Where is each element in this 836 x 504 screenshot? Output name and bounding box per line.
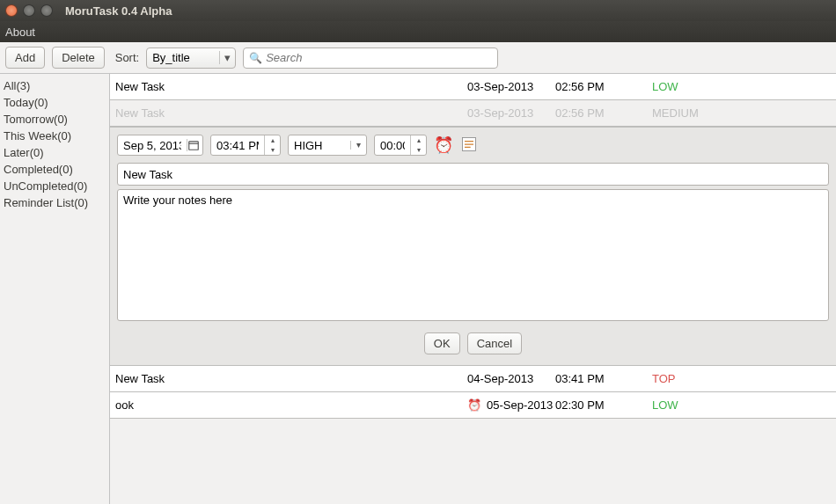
task-title: New Task <box>115 106 467 120</box>
sidebar-item-uncompleted[interactable]: UnCompleted(0) <box>2 178 107 194</box>
time-field[interactable]: ▴▾ <box>210 135 281 156</box>
task-date: 03-Sep-2013 <box>467 80 555 93</box>
search-field[interactable]: 🔍 <box>243 47 498 69</box>
duration-field[interactable]: ▴▾ <box>374 135 427 156</box>
task-priority: TOP <box>643 372 831 385</box>
task-row[interactable]: ook ⏰05-Sep-2013 02:30 PM LOW <box>110 392 836 419</box>
menu-about[interactable]: About <box>5 26 35 39</box>
sidebar-item-today[interactable]: Today(0) <box>2 94 107 111</box>
sidebar-item-all[interactable]: All(3) <box>2 77 107 94</box>
note-icon[interactable] <box>460 135 478 156</box>
task-title: New Task <box>115 80 467 93</box>
sidebar-item-thisweek[interactable]: This Week(0) <box>2 128 107 144</box>
toolbar: Add Delete Sort: ▾ 🔍 <box>0 42 836 74</box>
chevron-down-icon[interactable]: ▾ <box>219 51 235 64</box>
date-field[interactable] <box>117 135 203 156</box>
titlebar: MoruTask 0.4 Alpha <box>0 0 836 21</box>
add-button[interactable]: Add <box>5 47 45 69</box>
task-time: 02:30 PM <box>555 398 643 412</box>
sidebar-item-tomorrow[interactable]: Tomorrow(0) <box>2 111 107 128</box>
task-priority: LOW <box>643 398 831 412</box>
search-input[interactable] <box>266 51 492 64</box>
cancel-button[interactable]: Cancel <box>467 332 522 354</box>
window-maximize-button[interactable] <box>40 4 53 17</box>
chevron-down-icon[interactable]: ▾ <box>350 141 366 150</box>
sort-value[interactable] <box>147 49 219 66</box>
svg-rect-0 <box>189 142 199 150</box>
task-date: 04-Sep-2013 <box>467 372 555 385</box>
sidebar-item-reminder[interactable]: Reminder List(0) <box>2 194 107 211</box>
duration-input[interactable] <box>375 137 410 154</box>
editor-title-input[interactable] <box>117 163 829 186</box>
content-area: New Task 03-Sep-2013 02:56 PM LOW New Ta… <box>109 74 836 504</box>
time-input[interactable] <box>211 137 264 154</box>
calendar-icon[interactable] <box>187 139 202 151</box>
task-title: New Task <box>115 372 467 385</box>
task-priority: LOW <box>643 80 831 93</box>
sidebar-item-later[interactable]: Later(0) <box>2 144 107 161</box>
task-time: 02:56 PM <box>555 80 643 93</box>
menu-bar: About <box>0 21 836 42</box>
ok-button[interactable]: OK <box>424 332 460 354</box>
task-date: 03-Sep-2013 <box>467 106 555 120</box>
window-title: MoruTask 0.4 Alpha <box>65 4 172 18</box>
time-spinner[interactable]: ▴▾ <box>264 135 280 155</box>
task-title: ook <box>115 398 467 412</box>
task-time: 02:56 PM <box>555 106 643 120</box>
window-minimize-button[interactable] <box>23 4 35 17</box>
task-row[interactable]: New Task 03-Sep-2013 02:56 PM LOW <box>110 74 836 100</box>
window-close-button[interactable] <box>5 4 18 17</box>
alarm-icon: ⏰ <box>467 398 481 412</box>
task-row[interactable]: New Task 03-Sep-2013 02:56 PM MEDIUM <box>110 100 836 127</box>
duration-spinner[interactable]: ▴▾ <box>410 135 426 155</box>
task-priority: MEDIUM <box>643 106 831 120</box>
alarm-icon[interactable]: ⏰ <box>434 135 453 155</box>
delete-button[interactable]: Delete <box>52 47 105 69</box>
task-date: ⏰05-Sep-2013 <box>467 398 555 412</box>
task-row[interactable]: New Task 04-Sep-2013 03:41 PM TOP <box>110 366 836 392</box>
task-time: 03:41 PM <box>555 372 643 385</box>
task-editor: ▴▾ ▾ ▴▾ ⏰ OK Cancel <box>110 127 836 366</box>
editor-notes-textarea[interactable] <box>117 189 829 321</box>
priority-field[interactable]: ▾ <box>288 135 367 156</box>
sort-label: Sort: <box>115 51 139 64</box>
sort-dropdown[interactable]: ▾ <box>146 47 236 69</box>
search-icon: 🔍 <box>249 52 262 64</box>
priority-input[interactable] <box>289 137 350 154</box>
sidebar: All(3) Today(0) Tomorrow(0) This Week(0)… <box>0 74 109 504</box>
sidebar-item-completed[interactable]: Completed(0) <box>2 161 107 178</box>
date-input[interactable] <box>118 137 187 154</box>
